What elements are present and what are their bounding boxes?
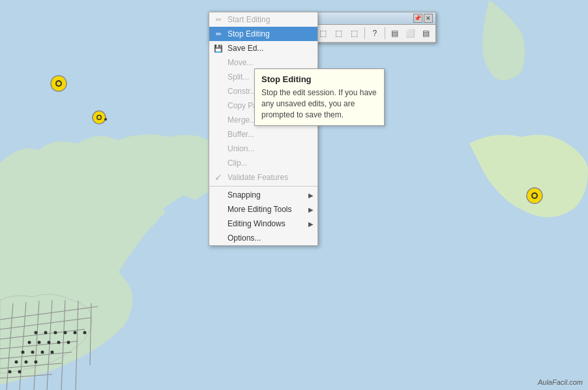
construct-label: Constr... — [228, 87, 257, 96]
menu-item-snapping[interactable]: Snapping ▶ — [209, 188, 317, 202]
pin-button[interactable]: 📌 — [413, 14, 422, 23]
toolbar-separator-4 — [385, 27, 385, 39]
snapping-arrow: ▶ — [308, 192, 314, 199]
svg-point-22 — [38, 341, 41, 344]
start-editing-icon: ✏ — [213, 14, 224, 25]
menu-item-union[interactable]: Union... — [209, 142, 317, 156]
toolbar-separator-3 — [364, 27, 365, 39]
toolbar-icon-snap2[interactable]: ⬚ — [332, 26, 346, 40]
start-editing-label: Start Editing — [228, 15, 270, 24]
save-edits-icon: 💾 — [213, 43, 224, 53]
save-edits-label: Save Ed... — [228, 44, 263, 53]
menu-item-editing-windows[interactable]: Editing Windows ▶ — [209, 217, 317, 231]
menu-item-options[interactable]: Options... — [209, 231, 317, 245]
clip-label: Clip... — [228, 158, 248, 168]
split-label: Split... — [228, 72, 249, 82]
toolbar-icon-help[interactable]: ? — [368, 26, 382, 40]
svg-point-24 — [57, 341, 61, 344]
editing-windows-arrow: ▶ — [308, 220, 314, 228]
svg-point-15 — [35, 331, 38, 335]
menu-item-save-edits[interactable]: 💾 Save Ed... — [209, 41, 317, 55]
close-button[interactable]: ✕ — [424, 14, 433, 23]
toolbar-icon-view3[interactable]: ▤ — [419, 26, 434, 40]
watermark: AulaFacil.com — [538, 378, 583, 386]
menu-item-clip[interactable]: Clip... — [209, 156, 317, 170]
svg-point-32 — [35, 361, 38, 364]
validate-label: Validate Features — [228, 173, 288, 182]
svg-point-34 — [18, 370, 22, 374]
svg-point-40 — [98, 116, 101, 119]
menu-separator-1 — [209, 186, 317, 187]
merge-label: Merge... — [228, 115, 256, 125]
svg-point-30 — [15, 361, 18, 364]
svg-point-43 — [533, 194, 537, 198]
svg-point-26 — [22, 351, 25, 354]
svg-point-16 — [44, 331, 48, 335]
svg-point-20 — [83, 331, 87, 335]
menu-item-start-editing[interactable]: ✏ Start Editing — [209, 12, 317, 27]
svg-point-19 — [74, 331, 77, 335]
svg-point-23 — [48, 341, 51, 344]
stop-editing-tooltip: Stop Editing Stop the edit session. If y… — [254, 68, 385, 126]
svg-point-33 — [8, 370, 12, 374]
snapping-label: Snapping — [228, 190, 261, 200]
editor-dropdown-menu: ✏ Start Editing ✏ Stop Editing 💾 Save Ed… — [209, 12, 318, 246]
svg-point-29 — [51, 351, 54, 354]
stop-editing-icon: ✏ — [213, 29, 224, 39]
tooltip-title: Stop Editing — [261, 74, 377, 84]
toolbar-icon-snap1[interactable]: ⬚ — [316, 26, 331, 40]
options-label: Options... — [228, 233, 261, 243]
titlebar-controls: 📌 ✕ — [413, 14, 433, 23]
menu-item-move[interactable]: Move... — [209, 55, 317, 70]
more-editing-tools-label: More Editing Tools — [228, 205, 292, 214]
union-label: Union... — [228, 144, 254, 153]
more-editing-tools-arrow: ▶ — [308, 206, 314, 213]
move-label: Move... — [228, 58, 253, 67]
tooltip-text: Stop the edit session. If you have any u… — [261, 87, 377, 120]
svg-point-31 — [25, 361, 28, 364]
svg-point-37 — [57, 82, 61, 85]
buffer-label: Buffer... — [228, 130, 254, 139]
validate-icon: ✓ — [213, 172, 224, 183]
menu-item-validate[interactable]: ✓ Validate Features — [209, 170, 317, 185]
svg-point-18 — [64, 331, 67, 335]
svg-point-44 — [104, 118, 107, 121]
toolbar-icon-view1[interactable]: ▤ — [388, 26, 402, 40]
svg-point-17 — [54, 331, 57, 335]
menu-item-more-editing-tools[interactable]: More Editing Tools ▶ — [209, 202, 317, 217]
menu-item-buffer[interactable]: Buffer... — [209, 127, 317, 142]
editing-windows-label: Editing Windows — [228, 219, 286, 228]
menu-item-stop-editing[interactable]: ✏ Stop Editing — [209, 27, 317, 41]
stop-editing-label: Stop Editing — [228, 29, 270, 38]
svg-point-25 — [67, 341, 70, 344]
svg-point-27 — [31, 351, 35, 354]
toolbar-icon-snap3[interactable]: ⬚ — [347, 26, 362, 40]
toolbar-icon-view2[interactable]: ⬜ — [404, 26, 418, 40]
svg-point-28 — [41, 351, 44, 354]
svg-point-21 — [28, 341, 31, 344]
